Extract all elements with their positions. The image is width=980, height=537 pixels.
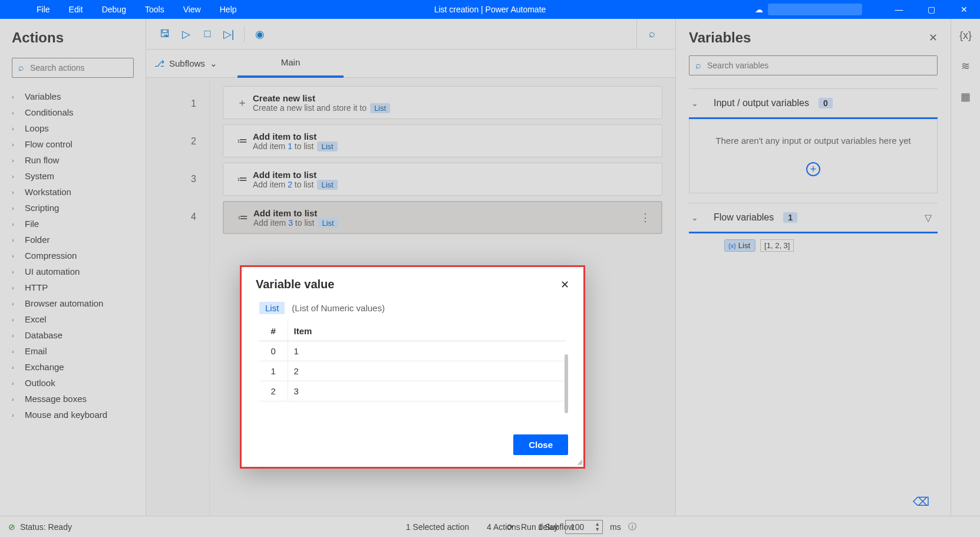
action-category-http[interactable]: ›HTTP [12, 279, 134, 295]
minimize-button[interactable]: — [883, 0, 915, 19]
flow-step[interactable]: ≔Add item to listAdd item 3 to list List… [223, 201, 662, 234]
action-category-exchange[interactable]: ›Exchange [12, 359, 134, 375]
close-panel-button[interactable]: ✕ [929, 31, 938, 44]
chevron-right-icon: › [12, 236, 20, 243]
chevron-right-icon: › [12, 252, 20, 259]
resize-handle[interactable]: ◢ [577, 457, 582, 466]
run-button[interactable]: ▷ [176, 24, 197, 45]
dialog-row[interactable]: 01 [259, 341, 566, 361]
maximize-button[interactable]: ▢ [915, 0, 948, 19]
action-category-loops[interactable]: ›Loops [12, 120, 134, 136]
menu-file[interactable]: File [27, 0, 60, 19]
stop-button[interactable]: □ [197, 24, 218, 45]
record-button[interactable]: ◉ [249, 24, 270, 45]
action-category-flow-control[interactable]: ›Flow control [12, 136, 134, 152]
toolbar-search-button[interactable]: ⌕ [636, 19, 667, 50]
layers-icon[interactable]: ≋ [961, 60, 970, 73]
variables-search[interactable]: ⌕ [689, 55, 938, 75]
action-category-email[interactable]: ›Email [12, 343, 134, 359]
category-label: HTTP [25, 282, 48, 292]
category-label: Variables [25, 91, 61, 101]
account-icon: ☁ [755, 5, 763, 14]
action-category-variables[interactable]: ›Variables [12, 88, 134, 104]
chevron-right-icon: › [12, 396, 20, 403]
save-button[interactable]: 🖫 [154, 24, 176, 45]
dialog-title: Variable value [256, 278, 334, 291]
close-window-button[interactable]: ✕ [948, 0, 980, 19]
category-label: Folder [25, 235, 50, 245]
user-badge[interactable]: ☁ [755, 0, 862, 19]
filter-icon[interactable]: ▽ [925, 212, 935, 223]
action-category-outlook[interactable]: ›Outlook [12, 375, 134, 391]
dialog-row[interactable]: 23 [259, 381, 566, 401]
run-delay-input[interactable]: 100 ▲▼ [565, 520, 603, 534]
action-category-excel[interactable]: ›Excel [12, 311, 134, 327]
step-icon: ≔ [232, 134, 253, 147]
variables-icon[interactable]: {x} [959, 29, 972, 42]
action-category-run-flow[interactable]: ›Run flow [12, 152, 134, 168]
menu-help[interactable]: Help [210, 0, 246, 19]
flow-step[interactable]: ≔Add item to listAdd item 2 to list List [223, 163, 662, 196]
action-category-conditionals[interactable]: ›Conditionals [12, 104, 134, 120]
menu-debug[interactable]: Debug [93, 0, 136, 19]
action-category-database[interactable]: ›Database [12, 327, 134, 343]
flow-variable-row[interactable]: {x} List [1, 2, 3] [689, 239, 938, 252]
images-icon[interactable]: ▦ [961, 90, 971, 103]
chevron-right-icon: › [12, 284, 20, 291]
io-variables-section[interactable]: ⌄ Input / output variables 0 [689, 88, 938, 119]
action-category-message-boxes[interactable]: ›Message boxes [12, 391, 134, 407]
variables-header: Variables [689, 29, 751, 46]
variable-value: [1, 2, 3] [760, 239, 794, 252]
flow-step[interactable]: ＋Create new listCreate a new list and st… [223, 86, 662, 119]
actions-search[interactable]: ⌕ [12, 58, 134, 78]
action-category-mouse-and-keyboard[interactable]: ›Mouse and keyboard [12, 407, 134, 423]
chevron-right-icon: › [12, 205, 20, 212]
info-icon[interactable]: ⓘ [628, 522, 636, 532]
chevron-right-icon: › [12, 332, 20, 339]
action-category-ui-automation[interactable]: ›UI automation [12, 263, 134, 279]
dialog-col-item: Item [288, 321, 566, 341]
menu-tools[interactable]: Tools [136, 0, 174, 19]
variable-chip[interactable]: {x} List [724, 239, 755, 252]
dialog-row-index: 2 [259, 381, 288, 401]
category-label: File [25, 219, 39, 229]
menu-edit[interactable]: Edit [60, 0, 93, 19]
category-label: Message boxes [25, 394, 87, 404]
clear-button[interactable]: ⌫ [913, 495, 929, 509]
dialog-row[interactable]: 12 [259, 361, 566, 381]
dialog-close-action-button[interactable]: Close [513, 434, 568, 455]
flow-step[interactable]: ≔Add item to listAdd item 1 to list List [223, 124, 662, 157]
chevron-right-icon: › [12, 220, 20, 228]
step-title: Add item to list [253, 208, 338, 218]
dialog-scrollbar[interactable] [565, 354, 568, 413]
io-variables-title: Input / output variables [714, 98, 809, 108]
menu-view[interactable]: View [174, 0, 210, 19]
flow-variables-section[interactable]: ⌄ Flow variables 1 ▽ [689, 203, 938, 233]
actions-search-input[interactable] [30, 63, 133, 73]
search-icon: ⌕ [18, 62, 24, 73]
action-category-file[interactable]: ›File [12, 216, 134, 232]
action-category-system[interactable]: ›System [12, 168, 134, 184]
step-button[interactable]: ▷| [218, 24, 239, 45]
status-bar: ⊘ Status: Ready 1 Selected action 4 Acti… [0, 516, 980, 537]
action-category-folder[interactable]: ›Folder [12, 232, 134, 248]
chevron-down-icon: ⌄ [210, 58, 217, 69]
tab-main[interactable]: Main [237, 50, 344, 78]
action-category-scripting[interactable]: ›Scripting [12, 200, 134, 216]
category-label: Database [25, 330, 62, 340]
variables-search-input[interactable] [707, 61, 931, 70]
chevron-right-icon: › [12, 125, 20, 132]
chevron-right-icon: › [12, 157, 20, 164]
action-category-workstation[interactable]: ›Workstation [12, 184, 134, 200]
add-io-variable-button[interactable]: + [806, 162, 820, 176]
more-icon[interactable]: ⋮ [640, 211, 651, 224]
step-title: Add item to list [253, 170, 338, 180]
dialog-close-button[interactable]: ✕ [560, 278, 569, 291]
action-category-compression[interactable]: ›Compression [12, 248, 134, 263]
actions-header: Actions [12, 29, 134, 46]
subflows-dropdown[interactable]: ⎇ Subflows ⌄ [146, 58, 237, 69]
actions-tree[interactable]: ›Variables›Conditionals›Loops›Flow contr… [12, 88, 134, 423]
action-category-browser-automation[interactable]: ›Browser automation [12, 295, 134, 311]
chevron-right-icon: › [12, 268, 20, 275]
step-icon: ＋ [232, 95, 253, 110]
